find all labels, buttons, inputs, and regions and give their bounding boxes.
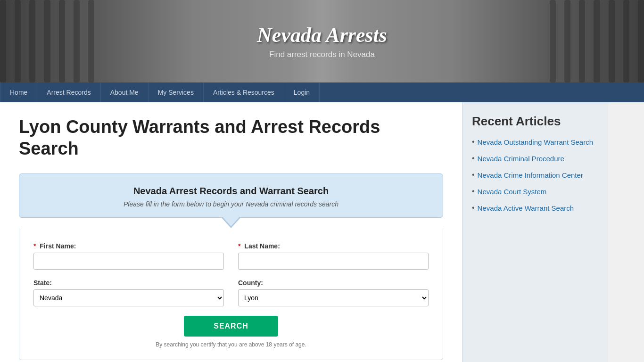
nav-articles-resources[interactable]: Articles & Resources [204, 82, 284, 102]
bullet-icon: • [472, 138, 475, 146]
nav-login[interactable]: Login [284, 82, 320, 102]
nav-arrest-records[interactable]: Arrest Records [37, 82, 100, 102]
last-name-required: * [238, 242, 240, 250]
last-name-label: * Last Name: [238, 242, 429, 250]
nav-about-me[interactable]: About Me [101, 82, 149, 102]
site-title: Nevada Arrests [257, 23, 387, 47]
state-label: State: [33, 279, 224, 287]
state-group: State: Nevada [33, 279, 224, 306]
bullet-icon: • [472, 204, 475, 212]
search-box-subtitle: Please fill in the form below to begin y… [33, 200, 429, 208]
search-button[interactable]: SEARCH [184, 316, 278, 337]
county-select[interactable]: Lyon [238, 289, 429, 306]
header-text: Nevada Arrests Find arrest records in Ne… [257, 23, 387, 59]
sidebar-articles-list: • Nevada Outstanding Warrant Search • Ne… [472, 137, 599, 213]
bullet-icon: • [472, 187, 475, 196]
name-row: * First Name: * Last Name: [33, 242, 429, 270]
list-item: • Nevada Criminal Procedure [472, 154, 599, 164]
sidebar-link-crime-information[interactable]: Nevada Crime Information Center [478, 170, 583, 180]
location-row: State: Nevada County: Lyon [33, 279, 429, 306]
sidebar-link-criminal-procedure[interactable]: Nevada Criminal Procedure [478, 154, 564, 164]
state-select[interactable]: Nevada [33, 289, 224, 306]
search-box-title: Nevada Arrest Records and Warrant Search [33, 186, 429, 197]
bars-left [0, 0, 94, 82]
bullet-icon: • [472, 171, 475, 179]
county-label: County: [238, 279, 429, 287]
main-content: Lyon County Warrants and Arrest Records … [0, 102, 462, 362]
triangle-pointer [222, 218, 240, 228]
list-item: • Nevada Crime Information Center [472, 170, 599, 180]
main-container: Lyon County Warrants and Arrest Records … [0, 102, 644, 362]
sidebar-link-outstanding-warrant[interactable]: Nevada Outstanding Warrant Search [478, 137, 593, 147]
site-subtitle: Find arrest records in Nevada [257, 50, 387, 59]
bullet-icon: • [472, 154, 475, 163]
sidebar-link-court-system[interactable]: Nevada Court System [478, 187, 547, 197]
first-name-input[interactable] [33, 253, 224, 270]
list-item: • Nevada Court System [472, 187, 599, 197]
main-nav: Home Arrest Records About Me My Services… [0, 82, 644, 102]
last-name-input[interactable] [238, 253, 429, 270]
sidebar-link-active-warrant[interactable]: Nevada Active Warrant Search [478, 203, 574, 213]
nav-my-services[interactable]: My Services [149, 82, 204, 102]
nav-home[interactable]: Home [0, 82, 37, 102]
site-header: Nevada Arrests Find arrest records in Ne… [0, 0, 644, 82]
bars-right [550, 0, 644, 82]
first-name-group: * First Name: [33, 242, 224, 270]
county-group: County: Lyon [238, 279, 429, 306]
last-name-group: * Last Name: [238, 242, 429, 270]
sidebar: Recent Articles • Nevada Outstanding War… [462, 102, 608, 362]
first-name-required: * [33, 242, 36, 250]
list-item: • Nevada Active Warrant Search [472, 203, 599, 213]
form-disclaimer: By searching you certify that you are ab… [33, 341, 429, 348]
first-name-label: * First Name: [33, 242, 224, 250]
list-item: • Nevada Outstanding Warrant Search [472, 137, 599, 147]
search-box-header: Nevada Arrest Records and Warrant Search… [19, 173, 443, 218]
sidebar-title: Recent Articles [472, 114, 599, 129]
form-area: * First Name: * Last Name: State: [19, 228, 443, 360]
page-title: Lyon County Warrants and Arrest Records … [19, 116, 443, 159]
